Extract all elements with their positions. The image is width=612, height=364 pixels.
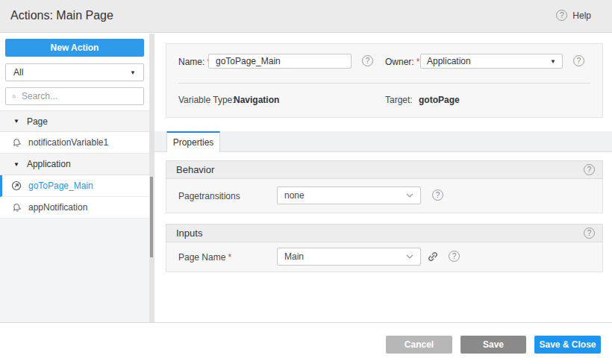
tree-item-label: appNotification [28, 202, 87, 213]
tree-group-application[interactable]: ▼ Application [0, 154, 149, 175]
required-marker: * [228, 252, 231, 263]
notification-bell-icon [11, 203, 22, 213]
target-value: gotoPage [419, 95, 460, 105]
filter-select[interactable]: All ▼ [5, 63, 144, 81]
page-name-dropdown-value: Main [284, 251, 304, 262]
cancel-button[interactable]: Cancel [386, 336, 452, 354]
behavior-section-body: Pagetransitions none ? [166, 179, 603, 213]
collapse-caret-icon[interactable]: ▼ [13, 118, 19, 125]
new-action-button[interactable]: New Action [5, 39, 144, 57]
page-name-dropdown[interactable]: Main [277, 248, 421, 266]
search-icon [12, 92, 16, 101]
variable-type-value: Navigation [234, 95, 279, 105]
tree-group-page[interactable]: ▼ Page [0, 110, 149, 132]
header-bar: Actions: Main Page ? Help [0, 0, 612, 33]
actions-tree: ▼ Page notificationVariable1 ▼ Applicati… [0, 110, 149, 219]
required-marker: * [416, 57, 420, 67]
name-input[interactable] [208, 54, 352, 69]
actions-editor-window: Actions: Main Page ? Help New Action All… [0, 0, 612, 364]
inputs-section-header: Inputs ? [166, 224, 603, 242]
tab-strip: Properties [154, 131, 612, 152]
tree-item-appnotification[interactable]: appNotification [0, 197, 149, 219]
sidebar: New Action All ▼ ▼ Page notificationVari… [0, 34, 149, 322]
caret-down-icon: ▼ [550, 58, 556, 65]
name-help-icon[interactable]: ? [362, 55, 373, 66]
behavior-section-title: Behavior [176, 164, 214, 175]
behavior-help-icon[interactable]: ? [584, 164, 595, 175]
action-summary-panel: Name:* ? Owner:* Application ▼ ? Variabl… [166, 43, 603, 118]
owner-select-value: Application [427, 56, 471, 66]
help-label: Help [572, 10, 591, 21]
save-button[interactable]: Save [460, 336, 526, 354]
tree-group-label: Application [27, 159, 71, 169]
sidebar-empty-area [0, 219, 149, 322]
page-title: Actions: Main Page [10, 9, 113, 22]
pagetransitions-label: Pagetransitions [178, 191, 240, 201]
tab-properties[interactable]: Properties [166, 131, 220, 152]
bind-link-icon[interactable] [426, 250, 440, 263]
help-button[interactable]: ? Help [556, 10, 591, 21]
chevron-down-icon [406, 193, 413, 198]
tree-item-gotopage-main-selected[interactable]: goToPage_Main [0, 175, 149, 197]
caret-down-icon: ▼ [130, 69, 136, 76]
save-and-close-button[interactable]: Save & Close [534, 336, 601, 354]
inputs-section-title: Inputs [176, 228, 202, 239]
sidebar-scrollbar[interactable] [150, 177, 153, 257]
search-box[interactable] [5, 87, 144, 105]
filter-select-value: All [13, 67, 23, 78]
inputs-section-body: Page Name* Main ? [166, 242, 603, 272]
owner-help-icon[interactable]: ? [573, 55, 584, 66]
pagetransitions-help-icon[interactable]: ? [432, 189, 443, 201]
help-icon: ? [556, 10, 567, 21]
tree-item-label: notificationVariable1 [28, 137, 108, 148]
pagetransitions-dropdown[interactable]: none [277, 186, 421, 204]
pagetransitions-dropdown-value: none [284, 190, 305, 201]
owner-label: Owner:* [385, 57, 419, 67]
target-label: Target: [385, 95, 413, 105]
variable-type-label: Variable Type: [178, 95, 235, 105]
panel-divider [178, 83, 590, 84]
behavior-section-header: Behavior ? [166, 160, 603, 179]
owner-select[interactable]: Application ▼ [420, 54, 563, 69]
collapse-caret-icon[interactable]: ▼ [13, 161, 19, 168]
tree-item-label: goToPage_Main [28, 181, 93, 191]
page-name-help-icon[interactable]: ? [449, 251, 460, 262]
notification-bell-icon [11, 138, 22, 148]
page-name-label: Page Name* [178, 252, 231, 263]
footer-bar: Cancel Save Save & Close [0, 322, 612, 364]
inputs-help-icon[interactable]: ? [584, 228, 595, 239]
navigate-action-icon [11, 181, 22, 191]
name-label: Name:* [178, 57, 210, 67]
main-content: Name:* ? Owner:* Application ▼ ? Variabl… [154, 34, 612, 322]
chevron-down-icon [406, 254, 413, 259]
tree-group-label: Page [27, 116, 48, 127]
tree-item-notificationvariable1[interactable]: notificationVariable1 [0, 132, 149, 154]
search-input[interactable] [22, 91, 137, 101]
